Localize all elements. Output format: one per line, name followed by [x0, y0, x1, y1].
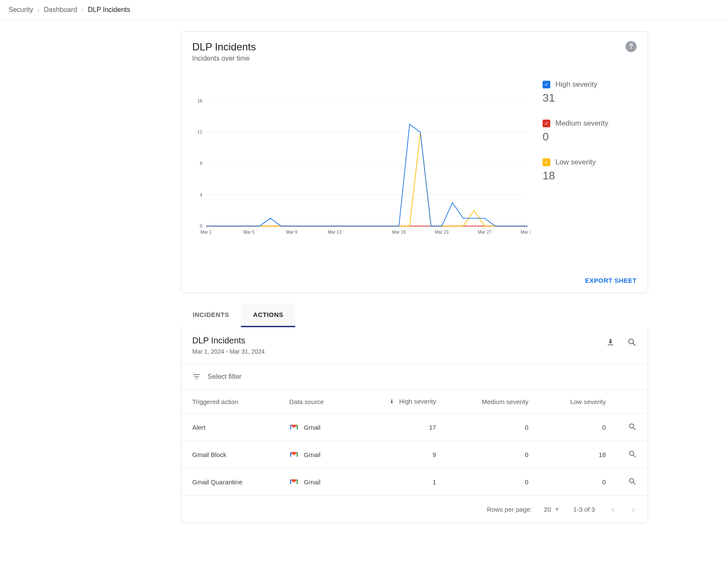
tab-incidents[interactable]: INCIDENTS	[181, 303, 241, 327]
gmail-icon	[289, 423, 299, 431]
svg-text:Mar 5: Mar 5	[243, 230, 255, 234]
investigate-row-icon[interactable]	[628, 477, 637, 486]
legend-value: 31	[543, 91, 637, 105]
legend-checkbox[interactable]: ✓	[543, 158, 550, 166]
svg-text:4: 4	[200, 193, 203, 197]
cell-medium: 0	[447, 413, 540, 441]
table-row: Gmail Quarantine Gmail 1 0 0	[181, 468, 648, 495]
column-header[interactable]: Low severity	[540, 390, 617, 413]
svg-text:Mar 23: Mar 23	[435, 230, 449, 234]
investigate-row-icon[interactable]	[628, 450, 637, 458]
cell-high: 17	[354, 413, 447, 441]
cell-low: 0	[540, 413, 617, 441]
svg-text:Mar 1: Mar 1	[200, 230, 212, 234]
svg-point-25	[629, 478, 634, 483]
breadcrumb-item[interactable]: Security	[9, 6, 33, 14]
svg-text:16: 16	[197, 99, 203, 103]
column-header[interactable]: Data source	[278, 390, 354, 413]
export-sheet-button[interactable]: EXPORT SHEET	[585, 277, 637, 284]
cell-source: Gmail	[278, 441, 354, 468]
legend-label: Medium severity	[555, 119, 608, 128]
investigate-icon[interactable]	[627, 337, 637, 347]
gmail-icon	[289, 451, 299, 458]
table-date-range: Mar 1, 2024 - Mar 31, 2024	[192, 348, 265, 355]
sort-desc-icon	[389, 398, 395, 404]
investigate-row-icon[interactable]	[628, 422, 637, 431]
rows-per-page-label: Rows per page:	[487, 506, 532, 513]
dlp-incidents-chart-card: DLP Incidents Incidents over time ? 0481…	[181, 31, 648, 293]
cell-low: 0	[540, 468, 617, 495]
gmail-icon	[289, 478, 299, 486]
chart-subtitle: Incidents over time	[192, 55, 256, 62]
legend-checkbox[interactable]: ✓	[543, 120, 550, 127]
legend-checkbox[interactable]: ✓	[543, 81, 550, 88]
svg-text:Mar 13: Mar 13	[328, 230, 341, 234]
incidents-line-chart: 0481216Mar 1Mar 5Mar 9Mar 13Mar 19Mar 23…	[192, 68, 531, 265]
cell-action: Alert	[181, 413, 278, 441]
breadcrumb-current: DLP Incidents	[88, 6, 130, 14]
svg-line-24	[634, 455, 636, 457]
caret-down-icon: ▾	[555, 505, 559, 513]
legend-value: 0	[543, 130, 637, 144]
rows-per-page-select[interactable]: Rows per page: 20 ▾	[487, 505, 559, 513]
prev-page-button[interactable]: ‹	[610, 504, 616, 514]
cell-medium: 0	[447, 468, 540, 495]
svg-point-21	[629, 424, 634, 428]
svg-line-26	[634, 482, 636, 484]
cell-medium: 0	[447, 441, 540, 468]
legend-item[interactable]: ✓ Medium severity 0	[543, 119, 637, 144]
legend-item[interactable]: ✓ Low severity 18	[543, 158, 637, 182]
svg-text:Mar 31: Mar 31	[521, 230, 531, 234]
legend-item[interactable]: ✓ High severity 31	[543, 80, 637, 105]
dlp-incidents-table-card: DLP Incidents Mar 1, 2024 - Mar 31, 2024…	[181, 327, 648, 523]
download-icon[interactable]	[606, 337, 615, 347]
legend-label: Low severity	[555, 158, 596, 167]
table-row: Gmail Block Gmail 9 0 18	[181, 441, 648, 468]
svg-point-19	[629, 339, 634, 344]
help-icon[interactable]: ?	[625, 41, 637, 52]
svg-text:8: 8	[200, 161, 203, 166]
filter-label: Select filter	[208, 373, 241, 381]
actions-table: Triggered actionData source High severit…	[181, 390, 648, 496]
legend-label: High severity	[555, 80, 597, 89]
svg-line-20	[633, 343, 636, 346]
next-page-button[interactable]: ›	[630, 504, 637, 514]
cell-source: Gmail	[278, 468, 354, 495]
table-row: Alert Gmail 17 0 0	[181, 413, 648, 441]
cell-high: 9	[354, 441, 447, 468]
page-range: 1-3 of 3	[573, 506, 595, 513]
cell-source: Gmail	[278, 413, 354, 441]
chart-title: DLP Incidents	[192, 41, 256, 53]
table-title: DLP Incidents	[192, 336, 265, 346]
svg-text:Mar 9: Mar 9	[286, 230, 298, 234]
column-header[interactable]: Medium severity	[447, 390, 540, 413]
rows-per-page-value: 20	[544, 506, 551, 513]
filter-button[interactable]: Select filter	[181, 364, 648, 390]
svg-point-23	[629, 451, 634, 455]
legend-value: 18	[543, 169, 637, 182]
filter-icon	[192, 372, 201, 381]
svg-text:Mar 19: Mar 19	[392, 230, 406, 234]
pagination: Rows per page: 20 ▾ 1-3 of 3 ‹ ›	[181, 496, 648, 523]
chevron-right-icon: ›	[38, 6, 40, 13]
svg-text:12: 12	[197, 130, 203, 135]
chart-legend: ✓ High severity 31 ✓ Medium severity 0 ✓…	[543, 68, 637, 265]
svg-line-22	[634, 428, 636, 430]
breadcrumb-item[interactable]: Dashboard	[44, 6, 77, 14]
cell-high: 1	[354, 468, 447, 495]
column-header[interactable]: High severity	[354, 390, 447, 413]
tabs: INCIDENTSACTIONS	[181, 303, 648, 327]
cell-low: 18	[540, 441, 617, 468]
column-header[interactable]: Triggered action	[181, 390, 278, 413]
svg-text:Mar 27: Mar 27	[478, 230, 491, 234]
cell-action: Gmail Block	[181, 441, 278, 468]
tab-actions[interactable]: ACTIONS	[241, 303, 295, 327]
cell-action: Gmail Quarantine	[181, 468, 278, 495]
chevron-right-icon: ›	[82, 6, 84, 13]
breadcrumb: Security › Dashboard › DLP Incidents	[0, 0, 728, 21]
svg-text:0: 0	[200, 224, 203, 229]
